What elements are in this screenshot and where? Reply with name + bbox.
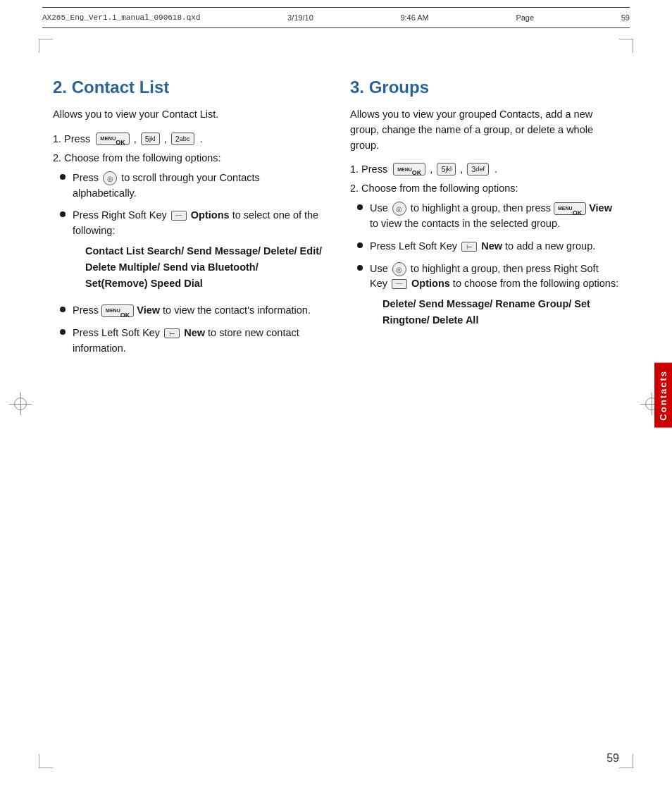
bullet-content: Press MENUOK View to view the contact's … [73,303,322,319]
section3-title: 3. Groups [350,78,619,97]
crop-mark-br [619,754,633,768]
bullet-dot [357,204,363,210]
section2-step2-intro: 2. Choose from the following options: [53,152,322,164]
bullet-dot [60,307,66,312]
bullet-content: Press Left Soft Key New to add a new gro… [370,239,619,254]
section3-step1: 1. Press MENUOK , 5 jkl , 3 def . [350,163,619,175]
crop-mark-tl [39,39,53,53]
list-item: Press Left Soft Key New to store new con… [60,326,322,357]
column-left: 2. Contact List Allows you to view your … [53,56,322,751]
nav-icon [103,171,117,185]
section2-intro: Allows you to view your Contact List. [53,107,322,123]
softkey-icon [171,211,187,221]
bullet-content: Use to highlight a group, then press Rig… [370,261,619,333]
bullet-dot [357,265,363,271]
section3-bullet-list: Use to highlight a group, then press MEN… [357,201,619,333]
key-menu-ok-view: MENUOK [101,304,134,317]
key-menu-ok-1: MENUOK [96,133,130,145]
bullet-dot [357,242,363,248]
bold-options: Options [191,209,230,221]
header-bar: AX265_Eng_Ver1.1_manual_090618.qxd 3/19/… [42,7,630,28]
header-page-label: Page [516,13,534,22]
options-block-2: Delete/ Send Message/ Rename Group/ Set … [382,296,619,328]
header-time: 9:46 AM [400,13,428,22]
step1-prefix-r: 1. Press [350,164,390,175]
list-item: Press MENUOK View to view the contact's … [60,303,322,319]
list-item: Press Left Soft Key New to add a new gro… [357,239,619,254]
step1-prefix: 1. Press [53,133,93,144]
header-filename: AX265_Eng_Ver1.1_manual_090618.qxd [42,13,200,22]
key-menu-ok-2: MENUOK [393,163,425,175]
bullet-dot [60,329,66,335]
contacts-tab-wrapper: Contacts [654,363,672,428]
bullet-content: Press to scroll through your Contacts al… [73,171,322,202]
key-2-abc-1: 2 abc [171,133,194,145]
registration-mark-left [14,398,27,410]
bullet-dot [60,211,66,217]
softkey-new-icon-2 [461,242,477,252]
column-right: 3. Groups Allows you to view your groupe… [350,56,619,751]
nav-icon-3 [392,262,406,276]
header-page-num: 59 [621,13,630,22]
key-5-jkl-2: 5 jkl [437,163,456,175]
section3-step2-intro: 2. Choose from the following options: [350,183,619,194]
bullet-content: Use to highlight a group, then press MEN… [370,201,619,232]
content-area: 2. Contact List Allows you to view your … [53,56,619,751]
options-block: Contact List Search/ Send Message/ Delet… [85,243,322,292]
bold-view-2: View [589,202,612,214]
key-3-def-2: 3 def [467,163,489,175]
nav-icon-2 [392,202,406,216]
bullet-content: Press Left Soft Key New to store new con… [73,326,322,357]
key-5-jkl-1: 5 jkl [141,133,160,145]
bold-new: New [184,327,205,338]
softkey-icon-2 [392,279,407,289]
softkey-new-icon [164,328,180,338]
list-item: Use to highlight a group, then press MEN… [357,201,619,232]
bullet-content: Press Right Soft Key Options to select o… [73,208,322,296]
bold-options-2: Options [411,278,450,289]
bullet-dot [60,174,66,180]
bold-view: View [137,304,160,316]
header-date: 3/19/10 [287,13,313,22]
crop-mark-tr [619,39,633,53]
bold-new-2: New [481,240,502,252]
page-number: 59 [606,752,619,765]
two-columns: 2. Contact List Allows you to view your … [53,56,619,751]
section3-intro: Allows you to view your grouped Contacts… [350,107,619,153]
contacts-tab: Contacts [654,363,672,428]
list-item: Press Right Soft Key Options to select o… [60,208,322,296]
key-menu-ok-3: MENUOK [554,202,586,215]
section2-bullet-list: Press to scroll through your Contacts al… [60,171,322,357]
section2-title: 2. Contact List [53,78,322,97]
list-item: Use to highlight a group, then press Rig… [357,261,619,333]
list-item: Press to scroll through your Contacts al… [60,171,322,202]
section2-step1: 1. Press MENUOK , 5 jkl , 2 abc . [53,133,322,145]
crop-mark-bl [39,754,53,768]
